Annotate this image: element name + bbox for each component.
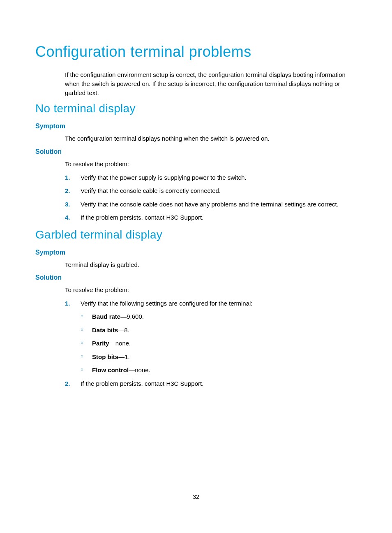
list-item: 4. If the problem persists, contact H3C … bbox=[65, 213, 357, 222]
symptom-label-1: Symptom bbox=[35, 123, 357, 130]
setting-value: —8. bbox=[118, 327, 129, 334]
list-number: 2. bbox=[65, 379, 70, 389]
list-text: Verify that the console cable does not h… bbox=[81, 201, 339, 208]
list-item: ○ Parity—none. bbox=[81, 339, 357, 348]
solution-steps-1: 1. Verify that the power supply is suppl… bbox=[65, 173, 357, 222]
page-number: 32 bbox=[0, 494, 392, 500]
list-text: Verify that the console cable is correct… bbox=[81, 187, 221, 194]
setting-value: —none. bbox=[129, 366, 150, 373]
setting-label: Stop bits bbox=[92, 353, 118, 360]
setting-value: —none. bbox=[109, 340, 131, 347]
solution-intro-2: To resolve the problem: bbox=[65, 285, 357, 295]
list-number: 1. bbox=[65, 173, 70, 183]
setting-label: Baud rate bbox=[92, 313, 120, 320]
setting-value: —9,600. bbox=[120, 313, 144, 320]
solution-label-1: Solution bbox=[35, 148, 357, 155]
list-item: 1. Verify that the power supply is suppl… bbox=[65, 173, 357, 183]
bullet-icon: ○ bbox=[81, 313, 83, 320]
list-text: If the problem persists, contact H3C Sup… bbox=[81, 214, 203, 221]
list-text: Verify that the power supply is supplyin… bbox=[81, 174, 247, 181]
heading-h1: Configuration terminal problems bbox=[35, 43, 357, 60]
list-number: 4. bbox=[65, 213, 70, 222]
list-item: 2. If the problem persists, contact H3C … bbox=[65, 379, 357, 389]
list-text: Verify that the following settings are c… bbox=[81, 300, 253, 307]
bullet-icon: ○ bbox=[81, 366, 83, 373]
setting-value: —1. bbox=[118, 353, 130, 360]
symptom-text-1: The configuration terminal displays noth… bbox=[65, 134, 357, 143]
list-item: ○ Flow control—none. bbox=[81, 366, 357, 375]
heading-section-1: No terminal display bbox=[35, 102, 357, 115]
setting-label: Parity bbox=[92, 340, 109, 347]
list-item: ○ Stop bits—1. bbox=[81, 352, 357, 362]
symptom-text-2: Terminal display is garbled. bbox=[65, 260, 357, 269]
list-number: 1. bbox=[65, 299, 70, 308]
settings-list: ○ Baud rate—9,600. ○ Data bits—8. ○ Pari… bbox=[81, 312, 357, 375]
list-text: If the problem persists, contact H3C Sup… bbox=[81, 380, 203, 387]
list-number: 2. bbox=[65, 186, 70, 196]
intro-text: If the configuration environment setup i… bbox=[65, 70, 357, 97]
setting-label: Data bits bbox=[92, 327, 118, 334]
bullet-icon: ○ bbox=[81, 353, 83, 360]
list-number: 3. bbox=[65, 200, 70, 209]
bullet-icon: ○ bbox=[81, 326, 83, 333]
list-item: ○ Baud rate—9,600. bbox=[81, 312, 357, 322]
solution-steps-2: 1. Verify that the following settings ar… bbox=[65, 299, 357, 389]
symptom-label-2: Symptom bbox=[35, 249, 357, 256]
bullet-icon: ○ bbox=[81, 339, 83, 346]
solution-label-2: Solution bbox=[35, 274, 357, 281]
list-item: ○ Data bits—8. bbox=[81, 326, 357, 335]
list-item: 1. Verify that the following settings ar… bbox=[65, 299, 357, 375]
list-item: 3. Verify that the console cable does no… bbox=[65, 200, 357, 209]
solution-intro-1: To resolve the problem: bbox=[65, 160, 357, 169]
setting-label: Flow control bbox=[92, 366, 129, 373]
heading-section-2: Garbled terminal display bbox=[35, 228, 357, 241]
list-item: 2. Verify that the console cable is corr… bbox=[65, 186, 357, 196]
